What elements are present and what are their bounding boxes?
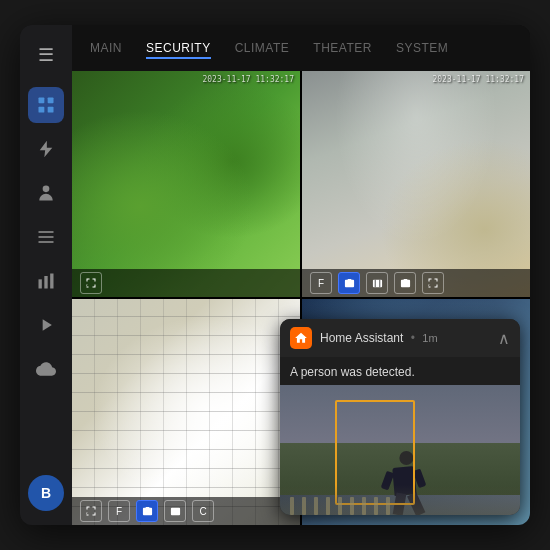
fence-bar: [314, 497, 318, 515]
notif-separator: •: [411, 331, 415, 345]
notif-close-btn[interactable]: ∧: [498, 329, 510, 348]
svg-rect-11: [372, 279, 381, 286]
svg-rect-8: [39, 279, 42, 288]
cam3-film-btn[interactable]: [164, 500, 186, 522]
cam3-f-label: F: [116, 506, 122, 517]
notif-message: A person was detected.: [280, 357, 520, 385]
fence-bar: [326, 497, 330, 515]
avatar[interactable]: B: [28, 475, 64, 511]
main-content: MAIN SECURITY CLIMATE THEATER SYSTEM 202…: [72, 25, 530, 525]
expand-icon: [85, 277, 97, 289]
cam3-camera-btn[interactable]: [136, 500, 158, 522]
cam2-photo-btn[interactable]: [394, 272, 416, 294]
film-icon: [372, 278, 383, 289]
svg-rect-5: [39, 231, 54, 233]
cam3-camera-icon: [142, 506, 153, 517]
list-icon: [36, 227, 56, 247]
sidebar-item-list[interactable]: [28, 219, 64, 255]
grid-icon: [36, 95, 56, 115]
camera-icon: [344, 278, 355, 289]
svg-rect-2: [39, 107, 45, 113]
camera-2[interactable]: 2023-11-17 11:32:17 F: [302, 71, 530, 297]
svg-rect-10: [50, 274, 53, 289]
svg-rect-3: [48, 107, 54, 113]
notif-header: Home Assistant • 1m ∧: [280, 319, 520, 357]
sidebar-item-grid[interactable]: [28, 87, 64, 123]
fence-bars: [280, 495, 520, 515]
nav-theater[interactable]: THEATER: [313, 37, 372, 59]
avatar-label: B: [41, 485, 51, 501]
photo-icon: [400, 278, 411, 289]
nav-system[interactable]: SYSTEM: [396, 37, 448, 59]
fence-bar: [362, 497, 366, 515]
person-icon: [36, 183, 56, 203]
app-container: B MAIN SECURITY CLIMATE THEATER SYSTEM 2…: [20, 25, 530, 525]
cam3-c-btn[interactable]: C: [192, 500, 214, 522]
cam2-camera-btn[interactable]: [338, 272, 360, 294]
svg-rect-0: [39, 98, 45, 104]
svg-rect-9: [44, 276, 47, 289]
cam2-film-btn[interactable]: [366, 272, 388, 294]
camera-3[interactable]: F C: [72, 299, 300, 525]
cam3-c-label: C: [199, 506, 206, 517]
camera-1[interactable]: 2023-11-17 11:32:17: [72, 71, 300, 297]
cam2-expand-btn[interactable]: [422, 272, 444, 294]
cam2-timestamp: 2023-11-17 11:32:17: [432, 75, 524, 84]
expand2-icon: [427, 277, 439, 289]
fence-bar: [374, 497, 378, 515]
fence-bar: [386, 497, 390, 515]
fence-bar: [350, 497, 354, 515]
notif-app-name: Home Assistant • 1m: [320, 331, 486, 345]
fence-bar: [338, 497, 342, 515]
svg-rect-7: [39, 241, 54, 243]
pool-lines: [72, 299, 300, 525]
fence-bar: [302, 497, 306, 515]
nav-main[interactable]: MAIN: [90, 37, 122, 59]
sidebar-item-bolt[interactable]: [28, 131, 64, 167]
cam3-controls: F C: [72, 497, 300, 525]
bolt-icon: [36, 139, 56, 159]
fence-bar: [290, 497, 294, 515]
notif-image: [280, 385, 520, 515]
hamburger-icon: [38, 44, 54, 66]
cam3-expand-btn[interactable]: [80, 500, 102, 522]
sidebar: B: [20, 25, 72, 525]
notification-popup: Home Assistant • 1m ∧ A person was detec…: [280, 319, 520, 515]
sidebar-item-chart[interactable]: [28, 263, 64, 299]
camera-grid: 2023-11-17 11:32:17 2023-11-17 11:32:17 …: [72, 71, 530, 525]
chart-icon: [36, 271, 56, 291]
cam2-f-btn[interactable]: F: [310, 272, 332, 294]
top-nav: MAIN SECURITY CLIMATE THEATER SYSTEM: [72, 25, 530, 71]
cam1-timestamp: 2023-11-17 11:32:17: [202, 75, 294, 84]
menu-icon[interactable]: [30, 39, 62, 71]
svg-point-4: [43, 186, 50, 193]
svg-rect-6: [39, 236, 54, 238]
notif-app-icon: [290, 327, 312, 349]
notif-time: 1m: [422, 332, 437, 344]
expand3-icon: [85, 505, 97, 517]
cam1-controls: [72, 269, 300, 297]
cam2-controls: F: [302, 269, 530, 297]
cam3-film-icon: [170, 506, 181, 517]
cloud-icon: [36, 359, 56, 379]
sidebar-item-cloud[interactable]: [28, 351, 64, 387]
sidebar-item-play[interactable]: [28, 307, 64, 343]
cam1-expand-btn[interactable]: [80, 272, 102, 294]
nav-security[interactable]: SECURITY: [146, 37, 211, 59]
cam3-f-btn[interactable]: F: [108, 500, 130, 522]
svg-rect-15: [170, 507, 179, 514]
sidebar-item-person[interactable]: [28, 175, 64, 211]
nav-climate[interactable]: CLIMATE: [235, 37, 290, 59]
home-icon: [294, 331, 308, 345]
play-icon: [36, 315, 56, 335]
svg-rect-1: [48, 98, 54, 104]
f-label: F: [318, 278, 324, 289]
